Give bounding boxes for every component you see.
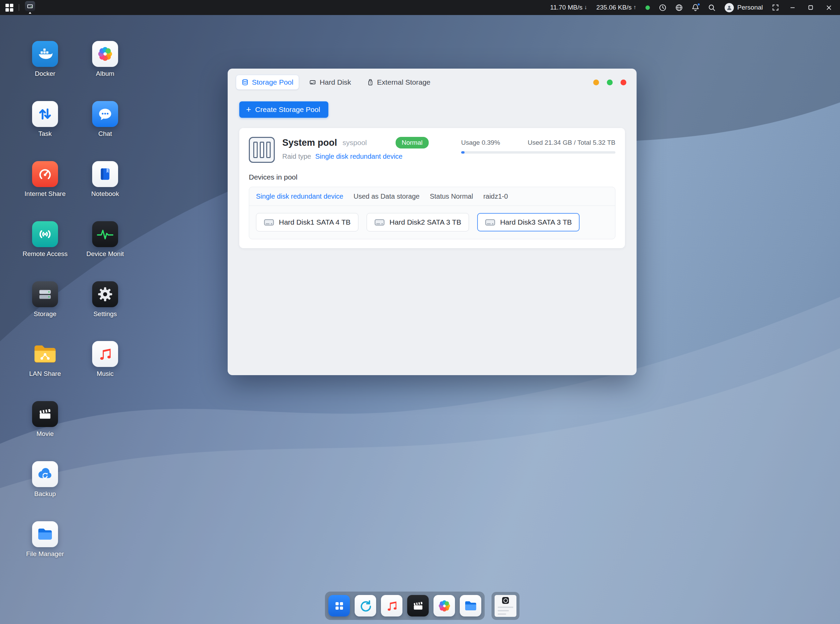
dock [325, 592, 519, 620]
disk-chip-3[interactable]: Hard Disk3 SATA 3 TB [477, 213, 579, 232]
capacity-label: Used 21.34 GB / Total 5.32 TB [528, 139, 615, 147]
clock-icon[interactable] [659, 4, 666, 11]
desktop-icon-label: Notebook [91, 190, 119, 198]
group-used-as: Used as Data storage [354, 193, 420, 200]
window-header: Storage Pool Hard Disk External Storage [228, 69, 636, 94]
lan-share-folder-icon [32, 341, 58, 367]
desktop-icon-movie[interactable]: Movie [20, 401, 71, 438]
search-icon[interactable] [708, 4, 715, 11]
disk-chip-2[interactable]: Hard Disk2 SATA 3 TB [367, 213, 469, 232]
close-traffic-light[interactable] [621, 80, 626, 85]
desktop-icon-label: Movie [37, 430, 54, 438]
album-icon [92, 41, 118, 67]
pool-name: System pool [282, 137, 337, 148]
tab-storage-pool[interactable]: Storage Pool [236, 75, 299, 90]
music-dock-icon[interactable] [381, 595, 402, 616]
create-storage-pool-button[interactable]: + Create Storage Pool [239, 101, 328, 118]
upload-arrow-icon: ↑ [633, 4, 636, 11]
notebook-icon [92, 161, 118, 187]
group-status: Status Normal [430, 193, 473, 200]
device-group-header: Single disk redundant device Used as Dat… [256, 193, 608, 200]
desktop-icon-label: Music [97, 370, 114, 378]
storage-icon [32, 281, 58, 307]
movie-dock-icon[interactable] [407, 595, 429, 616]
tab-label: Hard Disk [320, 78, 351, 86]
hard-disk-icon [309, 79, 316, 86]
plus-icon: + [246, 105, 251, 114]
backup-cloud-icon [32, 461, 58, 487]
pool-status-badge: Normal [395, 137, 429, 148]
disk-chip-label: Hard Disk3 SATA 3 TB [500, 218, 572, 226]
desktop-icon-remote-access[interactable]: Remote Access [20, 221, 71, 258]
start-menu-icon[interactable] [5, 4, 13, 12]
window-controls [593, 80, 628, 85]
docker-icon [32, 41, 58, 67]
desktop-icon-file-manager[interactable]: File Manager [20, 521, 71, 558]
storage-pool-icon [242, 79, 249, 86]
desktop-icon-storage[interactable]: Storage [20, 281, 71, 318]
disk-icon [374, 218, 384, 226]
account-menu[interactable]: Personal [725, 3, 763, 12]
desktop-icon-music[interactable]: Music [80, 341, 131, 378]
download-speed-value: 11.70 MB/s [550, 4, 583, 11]
desktop-icon-label: Settings [94, 310, 117, 318]
launcher-icon[interactable] [328, 595, 350, 616]
fullscreen-icon[interactable] [772, 4, 779, 11]
minimize-traffic-light[interactable] [593, 80, 599, 85]
raid-type-link[interactable]: Single disk redundant device [315, 153, 403, 161]
desktop-icon-label: Internet Share [25, 190, 66, 198]
taskbar-storage-app-icon[interactable] [25, 1, 36, 14]
album-dock-icon[interactable] [434, 595, 455, 616]
desktop-icon-lan-share[interactable]: LAN Share [20, 341, 71, 378]
file-manager-dock-icon[interactable] [460, 595, 481, 616]
minimize-button[interactable] [788, 5, 797, 10]
desktop-icon-notebook[interactable]: Notebook [80, 161, 131, 198]
desktop-icon-device-monitor[interactable]: Device Monit [80, 221, 131, 258]
topbar-separator [19, 4, 19, 11]
desktop-icon-chat[interactable]: Chat [80, 101, 131, 137]
desktop-icon-label: Task [38, 130, 51, 137]
desktop-icon-label: Backup [34, 490, 56, 498]
maximize-button[interactable] [806, 5, 815, 10]
file-manager-folder-icon [32, 521, 58, 547]
tab-hard-disk[interactable]: Hard Disk [304, 75, 356, 90]
maximize-traffic-light[interactable] [607, 80, 613, 85]
notification-badge [697, 3, 700, 6]
dock-main [325, 592, 485, 620]
tab-external-storage[interactable]: External Storage [361, 75, 436, 90]
desktop-icon-label: Album [96, 70, 114, 77]
desktop-icon-settings[interactable]: Settings [80, 281, 131, 318]
disk-chip-label: Hard Disk1 SATA 4 TB [279, 218, 351, 226]
close-button[interactable] [824, 5, 833, 11]
resource-monitor-icon[interactable] [675, 4, 682, 11]
app-center-icon[interactable] [355, 595, 376, 616]
storage-window-thumbnail[interactable] [491, 592, 519, 620]
create-button-label: Create Storage Pool [255, 105, 320, 114]
movie-clapper-icon [32, 401, 58, 427]
storage-pool-card: System pool syspool Normal Raid type Sin… [239, 128, 625, 248]
avatar [725, 3, 734, 12]
download-arrow-icon: ↓ [584, 4, 587, 11]
window-tabs: Storage Pool Hard Disk External Storage [236, 75, 436, 90]
tab-label: External Storage [377, 78, 431, 86]
status-dot-icon [645, 5, 650, 10]
notifications-bell-icon[interactable] [692, 4, 699, 11]
desktop-icon-backup[interactable]: Backup [20, 461, 71, 498]
usage-progress [461, 151, 615, 154]
chat-icon [92, 101, 118, 127]
devices-in-pool-label: Devices in pool [249, 173, 615, 181]
desktop-icon-internet-share[interactable]: Internet Share [20, 161, 71, 198]
desktop-icon-label: LAN Share [29, 370, 61, 378]
disk-chip-1[interactable]: Hard Disk1 SATA 4 TB [256, 213, 358, 232]
desktop-icon-docker[interactable]: Docker [20, 41, 71, 77]
desktop-icon-album[interactable]: Album [80, 41, 131, 77]
music-note-icon [92, 341, 118, 367]
internet-share-icon [32, 161, 58, 187]
pool-alias: syspool [343, 139, 367, 147]
group-raid-link[interactable]: Single disk redundant device [256, 193, 343, 200]
disk-chip-label: Hard Disk2 SATA 3 TB [389, 218, 461, 226]
disk-icon [485, 218, 495, 226]
window-body: + Create Storage Pool System pool syspoo… [228, 94, 636, 248]
desktop-icon-task[interactable]: Task [20, 101, 71, 137]
raid-type-label: Raid type [282, 153, 311, 161]
